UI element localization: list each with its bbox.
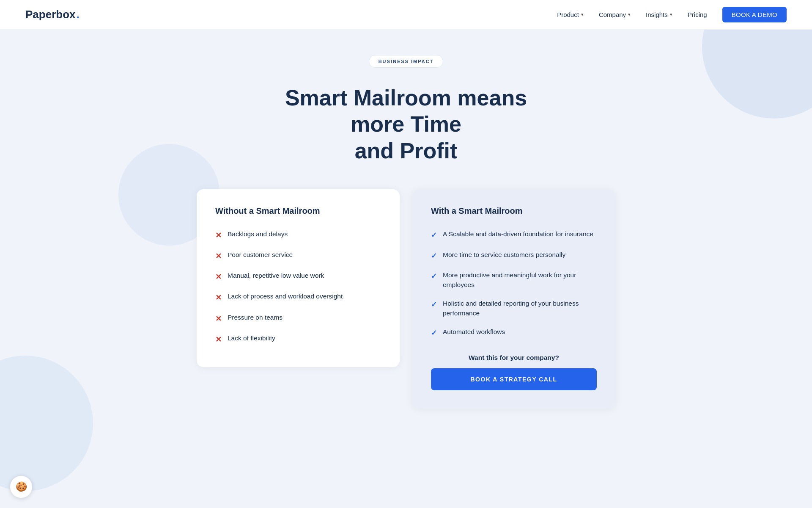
with-item-4: Holistic and detailed reporting of your … [443,299,597,318]
list-item: ✓ A Scalable and data-driven foundation … [431,229,597,241]
heading-line1: Smart Mailroom means more Time [285,86,527,136]
cookie-icon: 🍪 [16,481,27,492]
chevron-down-icon: ▾ [581,12,584,17]
without-item-5: Pressure on teams [228,313,283,322]
x-icon: ✕ [215,230,222,241]
list-item: ✕ Lack of flexibility [215,334,381,345]
without-item-1: Backlogs and delays [228,229,288,239]
cards-container: Without a Smart Mailroom ✕ Backlogs and … [173,189,639,409]
with-item-1: A Scalable and data-driven foundation fo… [443,229,593,239]
with-item-5: Automated workflows [443,327,505,337]
cta-question: Want this for your company? [431,354,597,362]
with-item-2: More time to service customers personall… [443,250,565,260]
nav-link-pricing[interactable]: Pricing [688,11,707,18]
cookie-consent-button[interactable]: 🍪 [10,476,32,498]
logo[interactable]: Paperbox. [25,8,80,21]
logo-dot: . [77,8,80,21]
navbar: Paperbox. Product ▾ Company ▾ Insights ▾… [0,0,812,30]
nav-link-insights[interactable]: Insights ▾ [646,11,672,18]
main-content: BUSINESS IMPACT Smart Mailroom means mor… [0,30,812,443]
nav-item-product[interactable]: Product ▾ [557,11,584,18]
x-icon: ✕ [215,271,222,282]
nav-label-insights: Insights [646,11,668,18]
nav-link-company[interactable]: Company ▾ [599,11,631,18]
card-with-mailroom: With a Smart Mailroom ✓ A Scalable and d… [412,189,615,409]
card-without-mailroom: Without a Smart Mailroom ✕ Backlogs and … [197,189,400,367]
list-item: ✓ Holistic and detailed reporting of you… [431,299,597,318]
list-item: ✕ Pressure on teams [215,313,381,324]
heading-line2: and Profit [355,138,458,163]
check-icon: ✓ [431,230,437,241]
x-icon: ✕ [215,292,222,303]
nav-item-pricing[interactable]: Pricing [688,11,707,18]
cta-section: Want this for your company? BOOK A STRAT… [431,354,597,390]
book-strategy-call-button[interactable]: BOOK A STRATEGY CALL [431,368,597,390]
list-item: ✓ Automated workflows [431,327,597,339]
chevron-down-icon: ▾ [670,12,672,17]
with-items-list: ✓ A Scalable and data-driven foundation … [431,229,597,339]
business-impact-badge: BUSINESS IMPACT [369,55,444,68]
list-item: ✕ Backlogs and delays [215,229,381,241]
list-item: ✓ More productive and meaningful work fo… [431,271,597,290]
check-icon: ✓ [431,328,437,339]
card-with-title: With a Smart Mailroom [431,206,597,216]
without-item-2: Poor customer service [228,250,293,260]
x-icon: ✕ [215,313,222,324]
without-item-3: Manual, repetitive low value work [228,271,324,280]
logo-text: Paperbox [25,8,76,21]
list-item: ✕ Lack of process and workload oversight [215,292,381,303]
card-without-title: Without a Smart Mailroom [215,206,381,216]
check-icon: ✓ [431,271,437,282]
without-items-list: ✕ Backlogs and delays ✕ Poor customer se… [215,229,381,345]
without-item-4: Lack of process and workload oversight [228,292,343,301]
nav-label-product: Product [557,11,579,18]
with-item-3: More productive and meaningful work for … [443,271,597,290]
without-item-6: Lack of flexibility [228,334,275,343]
list-item: ✓ More time to service customers persona… [431,250,597,262]
nav-label-company: Company [599,11,626,18]
nav-label-pricing: Pricing [688,11,707,18]
list-item: ✕ Manual, repetitive low value work [215,271,381,282]
nav-link-product[interactable]: Product ▾ [557,11,584,18]
x-icon: ✕ [215,251,222,262]
check-icon: ✓ [431,300,437,310]
nav-item-company[interactable]: Company ▾ [599,11,631,18]
check-icon: ✓ [431,251,437,262]
nav-item-cta[interactable]: BOOK A DEMO [722,7,787,22]
nav-item-insights[interactable]: Insights ▾ [646,11,672,18]
main-heading: Smart Mailroom means more Time and Profi… [258,85,554,164]
chevron-down-icon: ▾ [628,12,631,17]
book-demo-button[interactable]: BOOK A DEMO [722,7,787,22]
list-item: ✕ Poor customer service [215,250,381,262]
x-icon: ✕ [215,334,222,345]
nav-links: Product ▾ Company ▾ Insights ▾ Pricing B… [557,7,787,22]
